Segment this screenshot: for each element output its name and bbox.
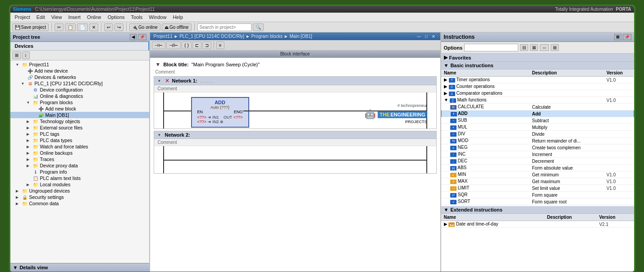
inst-row-neg[interactable]: ± NEG Create twos complemen: [441, 144, 634, 151]
details-view-section[interactable]: ▼ Details view: [10, 263, 149, 272]
editor-more-btn[interactable]: ≡: [216, 41, 224, 49]
tree-item-local-modules[interactable]: ▶ 📁 Local modules: [10, 181, 149, 188]
copy-button[interactable]: 📋: [65, 23, 76, 31]
tree-item-external-sources[interactable]: ▶ 📁 External source files: [10, 124, 149, 131]
title-path: C:\Users\engya\Documents\Automation\Proj…: [35, 7, 155, 12]
add-function-block[interactable]: ADD Auto (???) EN ENO <??>: [191, 97, 249, 128]
pin-pane-btn[interactable]: 📌: [138, 34, 146, 40]
delete-button[interactable]: ✕: [89, 23, 98, 31]
menu-online[interactable]: Online: [84, 14, 104, 21]
go-online-button[interactable]: 🔌 Go online: [129, 23, 160, 31]
maximize-editor-btn[interactable]: □: [424, 34, 429, 39]
ladder-close-branch-btn[interactable]: ⊐: [202, 41, 211, 49]
inst-sort-btn[interactable]: ⊠: [530, 44, 538, 51]
inst-row-datetime[interactable]: ▶ 📅 Date and time-of-day V2.1: [441, 221, 634, 228]
inst-row-sub[interactable]: − SUB Subtract: [441, 117, 634, 124]
tree-item-add-device[interactable]: ➕ Add new device: [10, 68, 149, 74]
tree-item-plc-data-types[interactable]: ▶ 📁 PLC data types: [10, 137, 149, 143]
search-input[interactable]: [197, 23, 251, 31]
basic-section-header[interactable]: ▼ Basic instructions: [441, 62, 634, 69]
tree-item-plc1[interactable]: ▼ 🖥 PLC_1 [CPU 1214C DC/DC/Rly]: [10, 80, 149, 87]
inst-row-calculate[interactable]: fx CALCULATE Calculate: [441, 104, 634, 111]
collapse-pane-btn[interactable]: ◀: [130, 34, 137, 40]
inst-row-min[interactable]: ↙ MIN Get minimum V1.0: [441, 171, 634, 178]
tree-item-device-config[interactable]: ⚙ Device configuration: [10, 87, 149, 93]
inst-row-add[interactable]: + ADD Add: [441, 111, 634, 117]
mod-ver: [604, 138, 634, 144]
tree-item-program-blocks[interactable]: ▼ 📁 Program blocks: [10, 99, 149, 106]
tree-item-common-data[interactable]: ▶ 📁 Common data: [10, 200, 149, 207]
tree-item-watch-tables[interactable]: ▶ 📁 Watch and force tables: [10, 143, 149, 150]
tree-item-devices-networks[interactable]: 🔗 Devices & networks: [10, 74, 149, 80]
tree-sync-btn[interactable]: ↕: [22, 51, 30, 59]
tree-item-device-proxy[interactable]: ▶ 📁 Device proxy data: [10, 162, 149, 169]
inst-row-limit[interactable]: ⊣ LIMIT Set limit value V1.0: [441, 185, 634, 192]
tree-item-traces[interactable]: ▶ 📁 Traces: [10, 156, 149, 162]
redo-button[interactable]: ↪: [114, 23, 123, 31]
inst-float-btn[interactable]: ⊞: [614, 34, 621, 40]
tree-item-online-diag[interactable]: 📊 Online & diagnostics: [10, 93, 149, 99]
inst-row-abs[interactable]: |x| ABS Form absolute value: [441, 165, 634, 171]
cut-button[interactable]: ✂: [55, 23, 64, 31]
ladder-contact-nc-btn[interactable]: ⊣⊢: [152, 41, 165, 49]
inst-row-counter[interactable]: ▶ C Counter operations: [441, 83, 634, 90]
tree-item-ungrouped[interactable]: ▶ 📁 Ungrouped devices: [10, 188, 149, 194]
go-offline-button[interactable]: ⏏ Go offline: [162, 23, 192, 31]
inst-row-comparator[interactable]: ▶ ≤ Comparator operations: [441, 90, 634, 97]
tree-item-program-info[interactable]: ℹ Program info: [10, 169, 149, 175]
ladder-contact-no-btn[interactable]: ⊣/⊢: [166, 41, 181, 49]
instructions-search-input[interactable]: [464, 44, 518, 51]
menu-insert[interactable]: Insert: [65, 14, 83, 21]
extended-section-header[interactable]: ▼ Extended instructions: [441, 206, 634, 214]
inst-filter-btn[interactable]: ⊟: [520, 44, 528, 51]
inst-row-inc[interactable]: ↑ INC Increment: [441, 151, 634, 158]
devices-tab[interactable]: Devices: [10, 42, 149, 51]
menu-project[interactable]: Project: [12, 14, 33, 21]
inst-expand-btn[interactable]: ⊞: [551, 44, 559, 51]
inst-row-timer[interactable]: ▶ T Timer operations V1.0: [441, 77, 634, 83]
paste-button[interactable]: 📄: [77, 23, 88, 31]
neg-ver: [604, 144, 634, 151]
app-window: Siemens C:\Users\engya\Documents\Automat…: [9, 5, 635, 272]
editor-area[interactable]: ▼ Block title: "Main Program Sweep (Cycl…: [150, 58, 440, 272]
tree-item-security[interactable]: ▶ 🔒 Security settings: [10, 194, 149, 200]
inst-row-max[interactable]: ↗ MAX Get maximum V1.0: [441, 178, 634, 185]
inst-row-mul[interactable]: × MUL Multiply: [441, 124, 634, 131]
inst-row-mod[interactable]: % MOD Return remainder of di...: [441, 138, 634, 144]
save-button[interactable]: 💾 Save project: [12, 23, 49, 31]
favorites-section-header[interactable]: ▶ Favorites: [441, 54, 634, 62]
inst-row-sort[interactable]: √ SORT Form square root: [441, 198, 634, 205]
menu-edit[interactable]: Edit: [34, 14, 48, 21]
tree-item-plc-tags[interactable]: ▶ 📁 PLC tags: [10, 131, 149, 137]
menu-view[interactable]: View: [49, 14, 65, 21]
search-button[interactable]: 🔍: [253, 23, 264, 31]
minimize-editor-btn[interactable]: —: [416, 34, 422, 39]
menu-tools[interactable]: Tools: [128, 14, 146, 21]
expand-placeholder: [21, 69, 26, 73]
inst-view-btn[interactable]: ↔: [540, 44, 549, 51]
inst-row-sqr[interactable]: x² SQR Form square: [441, 192, 634, 198]
extended-expand-icon: ▼: [444, 207, 449, 212]
block-title-expand[interactable]: ▼: [155, 61, 161, 68]
close-editor-btn[interactable]: ✕: [430, 34, 437, 39]
calc-icon: fx: [450, 105, 457, 110]
network2-header[interactable]: ▼ Network 2:: [154, 131, 436, 139]
inst-row-math[interactable]: ▼ ∑ Math functions V1.0: [441, 97, 634, 104]
tree-item-plc-alarm[interactable]: 📋 PLC alarm text lists: [10, 175, 149, 181]
tree-item-tech-objects[interactable]: ▶ 📁 Technology objects: [10, 118, 149, 124]
menu-window[interactable]: Window: [146, 14, 169, 21]
inst-row-div[interactable]: ÷ DIV Divide: [441, 131, 634, 138]
ladder-coil-btn[interactable]: ( ): [182, 41, 191, 49]
tree-item-project11[interactable]: ▼ 📁 Project11: [10, 61, 149, 68]
tree-item-main-ob1[interactable]: 🧩 Main [OB1]: [10, 112, 149, 118]
ladder-open-branch-btn[interactable]: ⊏: [192, 41, 201, 49]
network1-header[interactable]: ▼ ✕ Network 1: ......: [154, 77, 436, 85]
menu-options[interactable]: Options: [105, 14, 128, 21]
inst-pin-btn[interactable]: 📌: [623, 34, 631, 40]
menu-help[interactable]: Help: [170, 14, 186, 21]
tree-view-btn[interactable]: ⊞: [12, 51, 21, 59]
tree-item-online-backups[interactable]: ▶ 📁 Online backups: [10, 150, 149, 156]
inst-row-dec[interactable]: ↓ DEC Decrement: [441, 158, 634, 165]
undo-button[interactable]: ↩: [104, 23, 113, 31]
tree-item-add-new-block[interactable]: ➕ Add new block: [10, 106, 149, 112]
